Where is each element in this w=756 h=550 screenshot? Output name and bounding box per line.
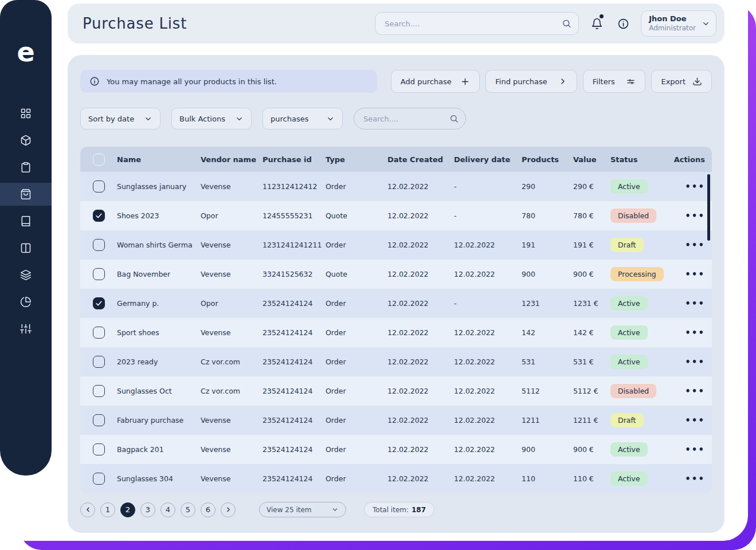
cell-status: Draft [610,413,673,427]
column-header-date-created[interactable]: Date Created [387,155,454,164]
page-button-5[interactable]: 5 [181,502,195,517]
cell-products: 5112 [522,387,573,395]
sidebar-item-columns[interactable] [0,237,52,260]
page-size-select[interactable]: View 25 item [259,502,346,517]
cell-date-created: 12.02.2022 [387,299,454,308]
sidebar-item-package[interactable] [0,129,52,152]
cell-products: 780 [522,211,573,220]
column-header-products[interactable]: Products [522,155,573,164]
row-checkbox[interactable] [93,268,105,280]
user-menu[interactable]: Jhon Doe Administrator [641,10,716,37]
next-page-button[interactable] [221,502,236,517]
column-header-delivery-date[interactable]: Delivery date [454,155,522,164]
cell-delivery-date: - [454,299,522,308]
sidebar-item-dashboard-grid[interactable] [0,102,52,125]
row-checkbox[interactable] [93,385,105,397]
column-header-name[interactable]: Name [117,155,201,164]
cell-name: Germany p. [117,299,201,308]
cell-purchase-id: 12455555231 [263,211,326,220]
row-checkbox[interactable] [93,210,105,222]
row-actions-button[interactable]: ••• [673,386,712,396]
page-button-2[interactable]: 2 [120,502,135,517]
sidebar-item-book[interactable] [0,210,52,233]
page-button-1[interactable]: 1 [100,502,115,517]
prev-page-button[interactable] [80,502,95,517]
page-button-6[interactable]: 6 [201,502,216,517]
cell-date-created: 12.02.2022 [387,270,454,278]
chevron-down-icon [331,506,339,513]
cell-purchase-id: 112312412412 [263,182,326,191]
cell-value: 290 € [573,182,610,191]
add-purchase-button[interactable]: Add purchase [391,70,480,93]
info-button[interactable] [614,15,632,32]
row-actions-button[interactable]: ••• [673,182,712,192]
row-actions-button[interactable]: ••• [673,240,712,250]
global-search-input[interactable] [375,12,579,35]
package-icon [20,135,32,146]
row-actions-button[interactable]: ••• [673,445,712,455]
sidebar-item-pie-chart[interactable] [0,290,52,313]
column-header-actions[interactable]: Actions [673,155,712,164]
row-actions-button[interactable]: ••• [673,474,712,484]
cell-delivery-date: 12.02.2022 [454,358,522,366]
cell-type: Order [326,445,387,454]
sidebar-item-clipboard[interactable] [0,156,52,179]
column-header-status[interactable]: Status [610,155,673,164]
app-window: e Purchase List Jhon Doe Administrator [0,0,748,541]
status-badge: Active [610,442,648,457]
row-actions-button[interactable]: ••• [673,269,712,280]
row-checkbox[interactable] [93,297,105,309]
row-checkbox[interactable] [93,356,105,368]
cell-delivery-date: 12.02.2022 [454,474,522,483]
entity-select-value: purchases [271,115,308,123]
pie-chart-icon [20,296,32,308]
row-actions-button[interactable]: ••• [673,415,712,426]
sidebar-item-shopping-bag[interactable] [0,183,52,206]
table-body: Sunglasses januaryVevense112312412412Ord… [80,172,712,493]
info-banner: You may manage all your products in this… [80,70,377,93]
row-actions-button[interactable]: ••• [673,211,712,221]
sliders-horizontal-icon [626,77,636,87]
export-button[interactable]: Export [651,70,712,93]
row-checkbox[interactable] [93,327,105,339]
page-button-3[interactable]: 3 [140,502,155,517]
cell-value: 5112 € [573,387,610,395]
ellipsis-icon: ••• [685,298,705,309]
sort-select[interactable]: Sort by date [80,108,160,129]
cell-type: Order [326,358,387,366]
column-header-type[interactable]: Type [326,155,387,164]
global-search [375,12,579,35]
row-actions-button[interactable]: ••• [673,298,712,309]
row-checkbox[interactable] [93,473,105,485]
bell-icon [591,18,603,30]
find-purchase-button[interactable]: Find purchase [485,70,577,93]
page-button-4[interactable]: 4 [160,502,175,517]
column-header-purchase-id[interactable]: Purchase id [263,155,326,164]
sidebar-item-sliders[interactable] [0,317,52,340]
notification-dot [600,14,604,18]
filters-button[interactable]: Filters [583,70,646,93]
entity-select[interactable]: purchases [263,108,343,129]
user-role: Administrator [649,24,696,32]
select-all-checkbox[interactable] [93,154,105,166]
row-checkbox[interactable] [93,443,105,455]
cell-purchase-id: 23524124124 [263,299,326,308]
cell-date-created: 12.02.2022 [387,328,454,337]
cell-purchase-id: 23524124124 [263,328,326,337]
table-row: 2023 readyCz vor.com23524124124Order12.0… [80,347,712,376]
sidebar-nav [0,102,52,340]
notifications-button[interactable] [588,15,605,32]
bulk-actions-select[interactable]: Bulk Actions [171,108,252,129]
ellipsis-icon: ••• [685,415,705,426]
column-header-value[interactable]: Value [573,155,610,164]
table-scrollbar[interactable] [707,174,710,241]
column-header-vendor-name[interactable]: Vendor name [201,155,263,164]
row-checkbox[interactable] [93,239,105,251]
ellipsis-icon: ••• [685,357,705,367]
row-checkbox[interactable] [93,414,105,426]
row-actions-button[interactable]: ••• [673,357,712,367]
sidebar-item-layers[interactable] [0,264,52,286]
row-checkbox[interactable] [93,180,105,192]
info-icon [89,76,100,87]
row-actions-button[interactable]: ••• [673,328,712,338]
